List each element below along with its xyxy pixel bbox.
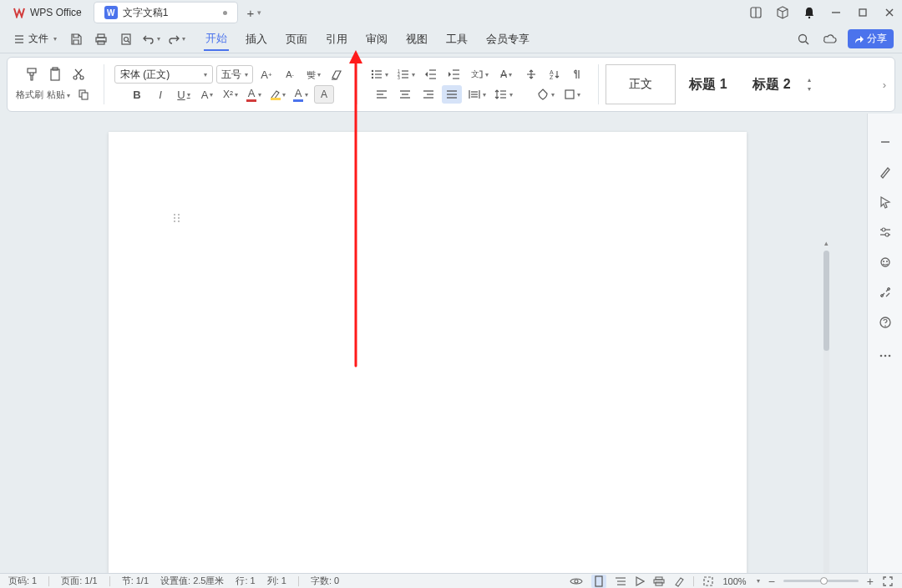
tools-rail-icon[interactable] <box>877 284 894 301</box>
numbered-list-icon[interactable]: 123▾ <box>394 65 418 84</box>
status-words[interactable]: 字数: 0 <box>311 575 339 587</box>
pen-rail-icon[interactable] <box>877 164 894 180</box>
panel-icon[interactable] <box>748 5 763 20</box>
font-name-select[interactable]: 宋体 (正文)▾ <box>114 65 213 84</box>
zoom-slider[interactable] <box>783 580 859 582</box>
scroll-up-icon[interactable]: ▴ <box>823 239 830 246</box>
change-case-icon[interactable]: 뺮▾ <box>303 65 323 84</box>
undo-icon[interactable]: ▾ <box>142 30 160 48</box>
tab-review[interactable]: 审阅 <box>364 28 389 50</box>
shading-icon[interactable]: ▾ <box>534 85 557 104</box>
zoom-in-icon[interactable]: + <box>867 575 874 588</box>
status-setting[interactable]: 设置值: 2.5厘米 <box>160 575 224 587</box>
assistant-rail-icon[interactable] <box>877 254 894 271</box>
print-view-icon[interactable] <box>653 576 665 586</box>
more-rail-icon[interactable] <box>877 347 894 364</box>
zoom-slider-handle[interactable] <box>820 577 828 585</box>
line-spacing-2-icon[interactable] <box>521 65 541 84</box>
close-button[interactable] <box>882 5 897 20</box>
help-rail-icon[interactable] <box>877 314 894 331</box>
format-painter-icon[interactable] <box>22 65 42 84</box>
decrease-font-icon[interactable]: A- <box>280 65 300 84</box>
tab-member[interactable]: 会员专享 <box>484 28 531 50</box>
tab-view[interactable]: 视图 <box>404 28 429 50</box>
copy-icon[interactable] <box>73 85 94 104</box>
share-button[interactable]: 分享 <box>848 29 894 48</box>
tab-tools[interactable]: 工具 <box>444 28 469 50</box>
style-heading2[interactable]: 标题 2 <box>741 64 803 104</box>
increase-font-icon[interactable]: A+ <box>256 65 276 84</box>
vertical-scrollbar[interactable]: ▴ ▾ <box>823 239 830 573</box>
styles-scroll-down-icon[interactable]: ▾ <box>808 85 811 93</box>
cursor-handle-icon[interactable] <box>174 214 180 222</box>
print-icon[interactable] <box>92 30 110 48</box>
status-row[interactable]: 行: 1 <box>236 575 255 587</box>
print-preview-icon[interactable] <box>117 30 135 48</box>
eye-view-icon[interactable] <box>570 576 583 586</box>
show-marks-icon[interactable] <box>568 65 588 84</box>
search-icon[interactable] <box>794 30 813 48</box>
document-workspace[interactable]: ▴ ▾ <box>0 114 867 573</box>
distributed-align-icon[interactable]: ▾ <box>465 85 489 104</box>
tab-reference[interactable]: 引用 <box>324 28 349 50</box>
app-tab[interactable]: WPS Office <box>5 2 90 23</box>
align-left-icon[interactable] <box>372 85 392 104</box>
line-spacing-icon[interactable]: ▾ <box>492 85 515 104</box>
tab-page[interactable]: 页面 <box>284 28 309 50</box>
fullscreen-icon[interactable] <box>882 575 894 587</box>
zoom-out-icon[interactable]: − <box>768 575 775 588</box>
highlight-icon[interactable]: ▾ <box>267 85 287 104</box>
cut-icon[interactable] <box>68 65 89 84</box>
zoom-dropdown-icon[interactable]: ▾ <box>757 577 760 585</box>
cube-icon[interactable] <box>775 5 790 20</box>
character-shading-icon[interactable]: A <box>314 85 334 104</box>
status-page-no[interactable]: 页码: 1 <box>8 575 37 587</box>
format-painter-label[interactable]: 格式刷 <box>16 89 43 101</box>
save-icon[interactable] <box>67 30 85 48</box>
font-size-select[interactable]: 五号▾ <box>216 65 253 84</box>
underline-icon[interactable]: U▾ <box>174 85 194 104</box>
minus-rail-icon[interactable] <box>877 134 894 150</box>
clear-format-icon[interactable] <box>327 65 347 84</box>
status-col[interactable]: 列: 1 <box>267 575 286 587</box>
page-view-icon[interactable] <box>591 575 606 588</box>
status-pages[interactable]: 页面: 1/1 <box>61 575 97 587</box>
document-tab[interactable]: W 文字文稿1 <box>94 2 239 23</box>
scroll-thumb[interactable] <box>823 251 829 351</box>
web-view-icon[interactable] <box>673 575 685 587</box>
outline-view-icon[interactable] <box>615 576 626 586</box>
italic-icon[interactable]: I <box>150 85 170 104</box>
align-justify-icon[interactable] <box>442 85 462 104</box>
align-right-icon[interactable] <box>418 85 438 104</box>
decrease-indent-icon[interactable] <box>421 65 441 84</box>
status-section[interactable]: 节: 1/1 <box>122 575 149 587</box>
text-effects-icon[interactable]: A▾ <box>291 85 311 104</box>
minimize-button[interactable] <box>829 5 844 20</box>
align-center-icon[interactable] <box>395 85 415 104</box>
notification-icon[interactable] <box>802 5 817 20</box>
superscript-icon[interactable]: X²▾ <box>220 85 241 104</box>
tab-insert[interactable]: 插入 <box>244 28 269 50</box>
style-normal[interactable]: 正文 <box>606 64 676 104</box>
bold-icon[interactable]: B <box>127 85 147 104</box>
file-menu[interactable]: 文件 ▾ <box>8 29 62 48</box>
character-scale-icon[interactable]: A̶▾ <box>494 65 518 84</box>
ribbon-expand-icon[interactable]: › <box>879 79 889 91</box>
increase-indent-icon[interactable] <box>444 65 464 84</box>
strikethrough-icon[interactable]: A▾ <box>197 85 217 104</box>
new-tab-button[interactable]: + ▾ <box>246 6 261 20</box>
sort-icon[interactable]: AZ <box>545 65 565 84</box>
document-page[interactable] <box>109 132 747 573</box>
cloud-icon[interactable] <box>821 30 839 48</box>
text-direction-icon[interactable]: 文▾ <box>468 65 491 84</box>
styles-scroll-up-icon[interactable]: ▴ <box>808 76 811 84</box>
play-view-icon[interactable] <box>635 576 645 586</box>
style-heading1[interactable]: 标题 1 <box>677 64 739 104</box>
maximize-button[interactable] <box>855 5 870 20</box>
settings-rail-icon[interactable] <box>877 224 894 241</box>
zoom-value[interactable]: 100% <box>722 576 746 586</box>
cursor-rail-icon[interactable] <box>877 194 894 210</box>
bulleted-list-icon[interactable]: ▾ <box>367 65 391 84</box>
paste-label[interactable]: 粘贴▾ <box>47 89 70 101</box>
focus-view-icon[interactable] <box>702 575 714 587</box>
